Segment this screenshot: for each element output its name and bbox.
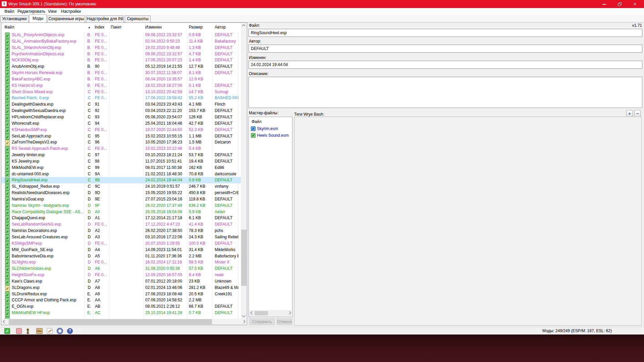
- column-size[interactable]: Размер: [189, 23, 203, 32]
- tab-mods[interactable]: Моды: [29, 14, 47, 22]
- mod-row[interactable]: ✓SLAL_AnimationByBakaFactory.espB.FE 0..…: [1, 38, 241, 45]
- column-index[interactable]: Index: [95, 23, 104, 32]
- mod-row[interactable]: ✓Kaw's Claws.espDA707.01.2012 20:18:0023…: [1, 278, 241, 285]
- mod-row[interactable]: ✓HPLrebornChildReplacer.espC9305.08.2020…: [1, 114, 241, 120]
- mod-modified: 14.09.2023 11:54:01: [145, 247, 187, 253]
- mod-row[interactable]: ✓SexLab Aroused Creatures.espDA303.10.20…: [1, 234, 241, 240]
- mod-row[interactable]: ✓dc-untamed-000.espC9A21.02.2021 18:48:3…: [1, 171, 241, 177]
- mod-row[interactable]: ✓BakaFactoryABC.espB.FE 0...08.04.2020 1…: [1, 76, 241, 82]
- mod-row[interactable]: ✓ChajapaQuest.espDA117.12.2014 21:17:186…: [1, 215, 241, 221]
- minimize-button[interactable]: [596, 0, 612, 8]
- master-item[interactable]: ✓Skyrim.esm: [249, 126, 292, 132]
- mod-row[interactable]: ✓SL_Kidnapped_Redux.espC9C24.10.2019 0:5…: [1, 183, 241, 190]
- mod-row[interactable]: ✓SLDrunkRedux.espE.A927.08.2023 18:08:48…: [1, 291, 241, 297]
- tab-screenshots[interactable]: Скриншоты: [125, 15, 151, 22]
- master-item[interactable]: ✓Heels Sound.esm: [249, 132, 292, 139]
- help-icon[interactable]: ?: [67, 328, 73, 334]
- mod-row[interactable]: ✓KS Hairdo's0.espB.FE 0...18.02.2019 16:…: [1, 82, 241, 89]
- menu-view[interactable]: View: [48, 8, 57, 15]
- mod-row[interactable]: ✓KS Jewelry.espC9811.07.2015 10:51:4119.…: [1, 158, 241, 165]
- edit-icon[interactable]: [47, 328, 53, 334]
- sort-arrow-icon[interactable]: ▲: [84, 23, 94, 32]
- mod-row[interactable]: ✓Skyrim Horses Renewal.espB.FE 0...30.07…: [1, 70, 241, 76]
- mod-row[interactable]: ✓Race Compatibility Dialogue SSE - AS...…: [1, 209, 241, 215]
- mod-row[interactable]: ✓Namira'sGoat.espD9E27.07.2015 23:04:161…: [1, 196, 241, 202]
- mod-row[interactable]: ✓E_OGN.espE.AB08.05.2021 2:26:1266.7 KBD…: [1, 303, 241, 310]
- mod-row[interactable]: ✓: [1, 316, 241, 319]
- mod-row[interactable]: ✓NCK30Obj.espB.FE 0...17.06.2022 20:07:2…: [1, 57, 241, 63]
- dagger-icon[interactable]: [26, 328, 30, 334]
- scrollbar-thumb[interactable]: [241, 230, 247, 286]
- file-input[interactable]: RingSoundHeel.esp: [249, 29, 642, 37]
- table-header[interactable]: Файл ▲ Index Пакет Изменен Размер Автор: [1, 23, 241, 32]
- mod-row[interactable]: ✓SexLab Approach.espC9515.02.2023 10:55:…: [1, 133, 241, 139]
- remove-tag-button[interactable]: −: [634, 110, 641, 117]
- mod-row[interactable]: ✓KSHairdosSMP.espCFE 0...19.07.2020 22:4…: [1, 127, 241, 133]
- horizontal-scrollbar[interactable]: [1, 319, 247, 325]
- column-package[interactable]: Пакет: [111, 23, 121, 32]
- master-checkbox[interactable]: ✓: [251, 133, 256, 138]
- mod-row[interactable]: ✓SLChildrenVoices.espDA631.08.2020 0:55:…: [1, 265, 241, 272]
- mod-row[interactable]: ✓KSWigsSMP.espDFE 0...20.07.2020 1:29:55…: [1, 240, 241, 247]
- gear-icon[interactable]: [57, 328, 63, 334]
- mod-row[interactable]: ✓Short Grass Mixed.espCFE 0...13.10.2022…: [1, 89, 241, 95]
- add-tag-button[interactable]: +: [626, 110, 633, 117]
- mod-row[interactable]: ✓RS Sexlab Approach Patch.espCFE 0...15.…: [1, 145, 241, 152]
- author-input[interactable]: DEFAULT: [249, 45, 642, 53]
- mod-row[interactable]: ✓AnubAnimObj.espB.9005.12.2019 14:21:551…: [1, 63, 241, 70]
- mod-row[interactable]: ✓SLNights.espDFE 0...16.02.2024 17:11:18…: [1, 259, 241, 265]
- mod-row[interactable]: ✓Namiras Skyrim - bodyparts.espD9F26.02.…: [1, 202, 241, 209]
- doc-icon[interactable]: Doc: [36, 328, 43, 334]
- modified-input[interactable]: 24.02.2024 19:44:04: [249, 61, 642, 69]
- mod-row[interactable]: ✓Whorecraft.espC9425.04.2021 16:04:4642.…: [1, 120, 241, 127]
- menu-file[interactable]: Файл: [4, 8, 14, 15]
- mod-row[interactable]: ✓Namiras Decorations.espDA226.02.2020 17…: [1, 228, 241, 234]
- masters-column-file[interactable]: Файл: [252, 119, 262, 124]
- mod-row[interactable]: ✓DealingwithDaedra.espC9103.04.2023 23:4…: [1, 101, 241, 108]
- mod-row[interactable]: ✓Jewelry limiter.espC9703.10.2023 18:21:…: [1, 152, 241, 158]
- mod-row[interactable]: ✓SexLabRandomSexNG.espDFE 0...17.12.2022…: [1, 221, 241, 228]
- tab-ini[interactable]: Надстройки для INI: [86, 15, 124, 22]
- mod-author: DEFAULT: [215, 114, 238, 120]
- master-checkbox[interactable]: ✓: [251, 126, 256, 131]
- mod-row[interactable]: ✓Bashed Patch, 0.espCFE 0...17.06.2022 1…: [1, 95, 241, 101]
- description-textarea[interactable]: [249, 77, 642, 108]
- menu-settings[interactable]: Настройки: [61, 8, 81, 15]
- mod-row[interactable]: ✓ZaFromTheDeepsV2.espC9610.05.2020 17:36…: [1, 139, 241, 145]
- mod-author: DEFAULT: [215, 82, 238, 89]
- tags-panel[interactable]: [294, 117, 642, 326]
- mod-row[interactable]: ✓SLAL_ProxyAnimObjects.espB.FE 0...09.06…: [1, 32, 241, 38]
- close-button[interactable]: ×: [627, 0, 643, 8]
- scrollbar-thumb[interactable]: [9, 319, 212, 324]
- save-button[interactable]: Сохранить: [249, 318, 275, 325]
- vertical-scrollbar[interactable]: [241, 23, 247, 319]
- tab-installers[interactable]: Установщики: [0, 15, 29, 22]
- mod-row[interactable]: ✓CCCP Armor and Clothing Pack.espE.AA07.…: [1, 297, 241, 303]
- mod-row[interactable]: ✓MilkModNEW HF.espE.AC25.10.2014 19:41:2…: [1, 310, 241, 316]
- mod-row[interactable]: ✓PsycheAnimationObjects.espB.FE 0...09.0…: [1, 51, 241, 57]
- mod-group: B.: [84, 76, 94, 82]
- column-file[interactable]: Файл: [4, 23, 14, 32]
- mod-row[interactable]: ✓SLAL_SHanimAnimObj.espB.FE 0...19.02.20…: [1, 45, 241, 51]
- mod-row[interactable]: ✓RealisticNeedsandDiseases.espD9D15.05.2…: [1, 190, 241, 196]
- mod-row[interactable]: ✓RingSoundHeel.espC9B24.02.2024 19:44:04…: [1, 177, 241, 183]
- masters-horizontal-scrollbar[interactable]: [249, 310, 292, 316]
- menu-edit[interactable]: Редактировать: [17, 8, 45, 15]
- checkbox-status-icon[interactable]: ✓: [4, 328, 10, 334]
- mod-row[interactable]: ✓BaboInteractiveDia.espDA501.11.2020 17:…: [1, 253, 241, 259]
- mod-index: 9C: [95, 183, 110, 190]
- tab-saves[interactable]: Сохраненные игры: [47, 15, 85, 22]
- pink-square-icon[interactable]: [16, 328, 22, 334]
- mod-row[interactable]: ✓MilkModNEW.espC9908.01.2017 11:00:38162…: [1, 165, 241, 171]
- mod-row[interactable]: ✓HeightSizeFix.espDFE 0...12.09.2020 16:…: [1, 272, 241, 278]
- restore-button[interactable]: [612, 0, 627, 8]
- cancel-button[interactable]: Отмена: [276, 318, 292, 325]
- column-modified[interactable]: Изменен: [145, 23, 162, 32]
- mod-row[interactable]: ✓SLDragons.espDA802.01.2024 13:46:06281.…: [1, 285, 241, 291]
- mod-row[interactable]: ✓MW_GunPack_SE.espDA414.09.2023 11:54:01…: [1, 247, 241, 253]
- mod-row[interactable]: ✓DealingwithSexualDaedra.espC9203.04.202…: [1, 108, 241, 114]
- column-author[interactable]: Автор: [215, 23, 226, 32]
- scrollbar-thumb[interactable]: [255, 311, 268, 315]
- mod-file: KS Hairdo's0.esp: [12, 82, 84, 89]
- mod-group: D: [84, 259, 94, 265]
